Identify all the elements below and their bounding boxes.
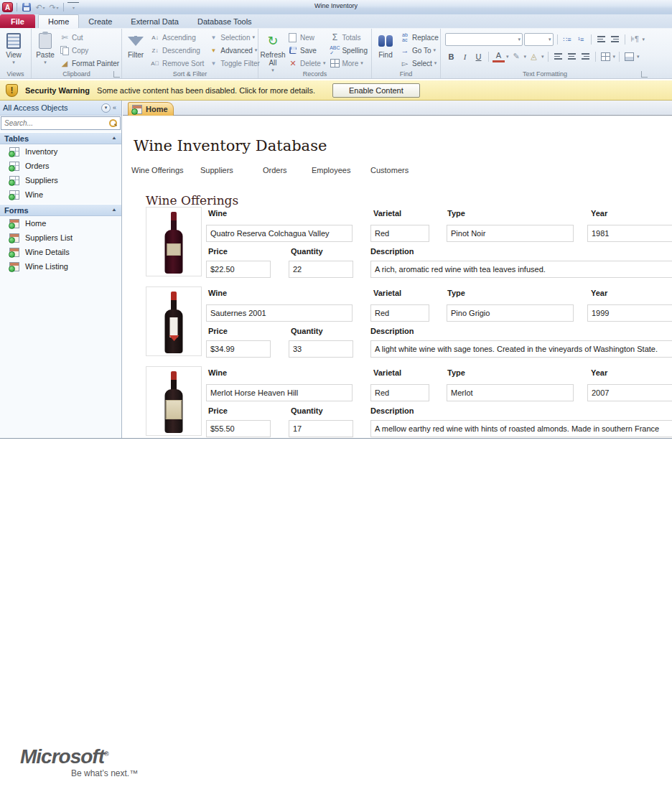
select-button[interactable]: ▻Select▾	[398, 58, 441, 68]
form-link-customers[interactable]: Customers	[370, 166, 409, 174]
spelling-button[interactable]: ABC✓Spelling	[327, 45, 370, 55]
type-field[interactable]: Pinot Noir	[447, 225, 574, 242]
new-record-icon	[288, 32, 298, 42]
increase-indent-icon[interactable]	[609, 33, 621, 45]
year-field[interactable]: 2007	[587, 384, 672, 401]
align-center-icon[interactable]	[566, 50, 578, 62]
wine-name-field[interactable]: Merlot Horse Heaven Hill	[206, 384, 353, 401]
wine-name-field[interactable]: Sauternes 2001	[206, 304, 353, 322]
form-link-orders[interactable]: Orders	[263, 166, 287, 174]
nav-item-suppliers-list-form[interactable]: Suppliers List	[0, 230, 121, 245]
description-field[interactable]: A rich, aromatic red wine with tea leave…	[370, 261, 672, 278]
varietal-field[interactable]: Red	[370, 225, 429, 242]
enable-content-button[interactable]: Enable Content	[332, 83, 420, 98]
goto-button[interactable]: →Go To▾	[398, 45, 441, 55]
find-button[interactable]: Find	[373, 30, 398, 60]
delete-record-button[interactable]: ✕Delete▾	[286, 58, 327, 68]
font-color-button[interactable]: A	[493, 50, 505, 62]
align-left-icon[interactable]	[552, 50, 564, 62]
cut-button[interactable]: ✄Cut	[57, 32, 121, 42]
form-link-wine-offerings[interactable]: Wine Offerings	[131, 166, 184, 174]
ascending-button[interactable]: A↓Ascending	[148, 32, 206, 42]
bold-button[interactable]: B	[445, 50, 457, 62]
collapse-group-icon[interactable]: ▲	[111, 208, 117, 213]
decrease-indent-icon[interactable]	[595, 33, 607, 45]
remove-sort-button[interactable]: A⃠Remove Sort	[148, 58, 206, 68]
form-link-employees[interactable]: Employees	[312, 166, 350, 174]
quantity-field[interactable]: 17	[289, 420, 353, 437]
fill-color-icon[interactable]: ◬	[528, 50, 540, 62]
tab-create[interactable]: Create	[79, 14, 121, 28]
highlight-color-icon[interactable]: ✎	[510, 50, 523, 62]
descending-button[interactable]: Z↓Descending	[148, 45, 206, 55]
nav-item-orders-table[interactable]: Orders	[0, 159, 121, 173]
price-field[interactable]: $55.50	[206, 420, 271, 437]
save-record-button[interactable]: Save	[286, 45, 327, 55]
varietal-field[interactable]: Red	[370, 384, 429, 401]
alternate-row-color-icon[interactable]	[623, 50, 635, 62]
year-field[interactable]: 1981	[587, 225, 672, 242]
format-painter-button[interactable]: ◢Format Painter	[57, 58, 121, 68]
nav-item-wine-details-form[interactable]: Wine Details	[0, 245, 121, 259]
nav-pane-header[interactable]: All Access Objects ▾ «	[0, 101, 121, 116]
text-direction-icon[interactable]: ⊧¶	[629, 33, 641, 45]
nav-item-home-form[interactable]: Home	[0, 216, 121, 230]
tab-external-data[interactable]: External Data	[121, 14, 188, 28]
nav-item-wine-table[interactable]: Wine	[0, 187, 121, 202]
font-size-combo[interactable]: ▾	[524, 33, 554, 46]
nav-item-inventory-table[interactable]: Inventory	[0, 144, 121, 159]
italic-button[interactable]: I	[459, 50, 471, 62]
field-label: Description	[370, 406, 414, 415]
align-right-icon[interactable]	[579, 50, 592, 62]
price-field[interactable]: $34.99	[206, 340, 271, 358]
filter-button[interactable]: Filter	[123, 30, 148, 60]
remove-sort-icon: A⃠	[150, 58, 160, 68]
gridlines-icon[interactable]	[599, 50, 612, 62]
copy-button[interactable]: Copy	[57, 45, 121, 55]
view-button[interactable]: View▾	[1, 30, 26, 67]
tab-database-tools[interactable]: Database Tools	[188, 14, 261, 28]
underline-button[interactable]: U	[472, 50, 485, 62]
text-formatting-dialog-launcher-icon[interactable]	[641, 71, 648, 78]
shutter-bar-close-icon[interactable]: «	[111, 104, 118, 111]
price-field[interactable]: $22.50	[206, 261, 271, 278]
numbering-icon[interactable]: ¹≡	[575, 33, 587, 45]
description-field[interactable]: A light white wine with sage tones. Crea…	[370, 340, 672, 358]
totals-button[interactable]: ΣTotals	[327, 32, 370, 42]
quantity-field[interactable]: 33	[289, 340, 353, 358]
tab-file[interactable]: File	[0, 14, 35, 28]
collapse-group-icon[interactable]: ▲	[111, 136, 117, 141]
tab-home[interactable]: Home	[38, 14, 79, 28]
replace-button[interactable]: abacReplace	[398, 32, 441, 42]
font-family-combo[interactable]: ▾	[445, 33, 523, 46]
clipboard-dialog-launcher-icon[interactable]	[113, 71, 120, 78]
field-label: Quantity	[291, 406, 323, 415]
search-icon[interactable]	[108, 118, 118, 128]
nav-group-forms[interactable]: Forms ▲	[0, 204, 121, 216]
advanced-button[interactable]: ▼Advanced▾	[206, 45, 261, 55]
copy-icon	[60, 45, 70, 55]
toggle-filter-button[interactable]: ▼Toggle Filter	[206, 58, 261, 68]
security-warning-bar: ! Security Warning Some active content h…	[0, 80, 672, 101]
search-input[interactable]	[1, 118, 108, 129]
refresh-all-button[interactable]: ↻ RefreshAll▾	[260, 30, 286, 75]
nav-group-tables[interactable]: Tables ▲	[0, 132, 121, 144]
description-field[interactable]: A mellow earthy red wine with hints of r…	[370, 420, 672, 437]
more-button[interactable]: More▾	[327, 58, 370, 68]
bullets-icon[interactable]: ∷≡	[561, 33, 574, 45]
wine-name-field[interactable]: Quatro Reserva Colchagua Valley	[206, 225, 353, 242]
document-tab-home[interactable]: Home	[128, 102, 174, 116]
nav-menu-dropdown-icon[interactable]: ▾	[101, 103, 111, 113]
format-painter-icon: ◢	[60, 58, 70, 68]
quantity-field[interactable]: 22	[289, 261, 353, 278]
nav-item-wine-listing-form[interactable]: Wine Listing	[0, 259, 121, 274]
form-link-suppliers[interactable]: Suppliers	[200, 166, 233, 174]
type-field[interactable]: Pino Grigio	[447, 304, 574, 322]
year-field[interactable]: 1999	[587, 304, 672, 322]
new-record-button[interactable]: New	[286, 32, 327, 42]
varietal-field[interactable]: Red	[370, 304, 429, 322]
selection-button[interactable]: ▼Selection▾	[206, 32, 261, 42]
type-field[interactable]: Merlot	[447, 384, 574, 401]
nav-item-suppliers-table[interactable]: Suppliers	[0, 173, 121, 187]
paste-button[interactable]: Paste▾	[33, 30, 57, 67]
